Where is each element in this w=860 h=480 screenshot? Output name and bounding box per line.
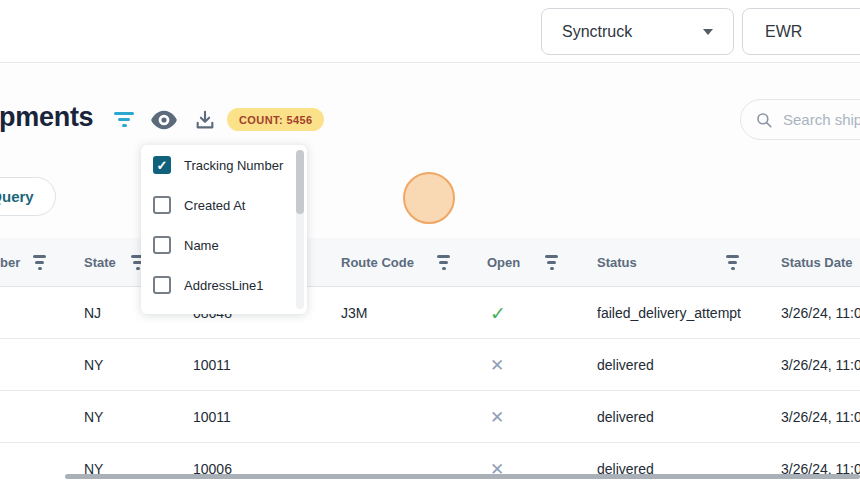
- column-header-open: Open: [487, 238, 520, 287]
- column-header-state: State: [84, 238, 116, 287]
- column-header-route-code: Route Code: [341, 238, 414, 287]
- facility-select-value: EWR: [765, 23, 802, 41]
- status-date-cell: 3/26/24, 11:0: [781, 339, 860, 391]
- status-cell: delivered: [597, 339, 654, 391]
- download-icon: [194, 109, 216, 131]
- table-row[interactable]: NJ08648J3Mfailed_delivery_attempt3/26/24…: [0, 287, 860, 339]
- download-button[interactable]: [191, 107, 219, 133]
- open-x-icon: ✕: [490, 391, 504, 443]
- checkbox-checked[interactable]: ✓: [153, 156, 171, 174]
- query-button[interactable]: Query: [0, 177, 56, 216]
- table-row[interactable]: NY10011delivered3/26/24, 11:0✕: [0, 391, 860, 443]
- dropdown-item-name[interactable]: Name: [141, 225, 307, 265]
- column-visibility-button[interactable]: [148, 105, 180, 135]
- zip-cell: 10011: [193, 391, 231, 443]
- checkbox-unchecked[interactable]: [153, 236, 171, 254]
- chevron-down-icon: [703, 29, 713, 35]
- facility-select[interactable]: EWR: [742, 8, 860, 55]
- state-cell: NY: [84, 391, 103, 443]
- filter-button[interactable]: [111, 110, 137, 132]
- dropdown-item-label: Tracking Number: [184, 158, 283, 173]
- checkbox-unchecked[interactable]: [153, 196, 171, 214]
- search-box: [740, 99, 860, 140]
- eye-icon: [150, 109, 178, 131]
- column-visibility-dropdown: ✓Tracking NumberCreated AtNameAddressLin…: [141, 145, 307, 314]
- horizontal-scrollbar-thumb[interactable]: [65, 474, 860, 479]
- filter-icon: [33, 255, 46, 273]
- dropdown-item-label: Name: [184, 238, 219, 253]
- page-title: Shipments: [0, 102, 93, 133]
- zip-cell: 10011: [193, 339, 231, 391]
- column-filter-button[interactable]: [545, 255, 558, 277]
- route-code-cell: J3M: [341, 287, 367, 339]
- filter-icon: [114, 112, 134, 130]
- table-row[interactable]: NY10011delivered3/26/24, 11:0✕: [0, 339, 860, 391]
- top-bar: Synctruck EWR: [0, 0, 860, 63]
- count-badge: COUNT: 5456: [227, 108, 324, 131]
- checkbox-unchecked[interactable]: [153, 276, 171, 294]
- status-date-cell: 3/26/24, 11:0: [781, 287, 860, 339]
- filter-icon: [545, 255, 558, 273]
- filter-icon: [437, 255, 450, 273]
- state-cell: NJ: [84, 287, 101, 339]
- dropdown-item-label: AddressLine1: [184, 278, 264, 293]
- column-header-status: Status: [597, 238, 637, 287]
- table-header-row: Tracking Number State Route Code Open St…: [0, 238, 860, 287]
- dropdown-item-addressline1[interactable]: AddressLine1: [141, 265, 307, 305]
- status-cell: delivered: [597, 391, 654, 443]
- search-icon: [755, 111, 773, 129]
- shipments-page: Synctruck EWR Shipments COUNT: 5456: [0, 0, 860, 480]
- dropdown-item-tracking-number[interactable]: ✓Tracking Number: [141, 145, 307, 185]
- cursor-click-indicator: [403, 172, 455, 224]
- dropdown-item-label: Created At: [184, 198, 245, 213]
- search-input[interactable]: [783, 111, 860, 128]
- column-filter-button[interactable]: [437, 255, 450, 277]
- org-select[interactable]: Synctruck: [541, 8, 734, 55]
- column-header-status-date: Status Date: [781, 238, 853, 287]
- status-cell: failed_delivery_attempt: [597, 287, 741, 339]
- open-check-icon: ✓: [490, 287, 506, 339]
- org-select-value: Synctruck: [562, 23, 632, 41]
- status-date-cell: 3/26/24, 11:0: [781, 391, 860, 443]
- column-filter-button[interactable]: [33, 255, 46, 277]
- dropdown-item-created-at[interactable]: Created At: [141, 185, 307, 225]
- column-filter-button[interactable]: [726, 255, 739, 277]
- open-x-icon: ✕: [490, 339, 504, 391]
- filter-icon: [726, 255, 739, 273]
- column-header-tracking-number: Tracking Number: [0, 238, 20, 287]
- table-body: NJ08648J3Mfailed_delivery_attempt3/26/24…: [0, 287, 860, 480]
- state-cell: NY: [84, 339, 103, 391]
